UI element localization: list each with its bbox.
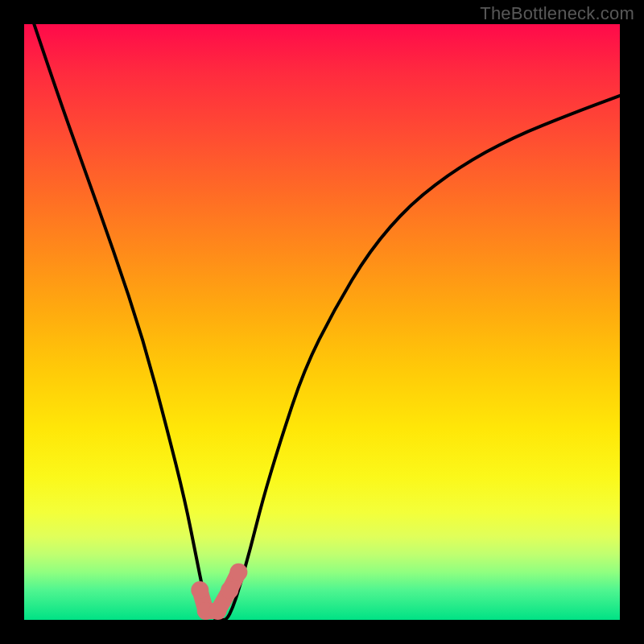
bottleneck-curve xyxy=(24,24,620,620)
watermark-label: TheBottleneck.com xyxy=(480,3,634,24)
plot-area xyxy=(24,24,620,620)
marker-dot xyxy=(209,602,227,620)
marker-dot xyxy=(221,581,238,599)
marker-dot xyxy=(191,581,208,599)
chart-frame: TheBottleneck.com xyxy=(0,0,644,644)
marker-dot xyxy=(229,564,247,581)
